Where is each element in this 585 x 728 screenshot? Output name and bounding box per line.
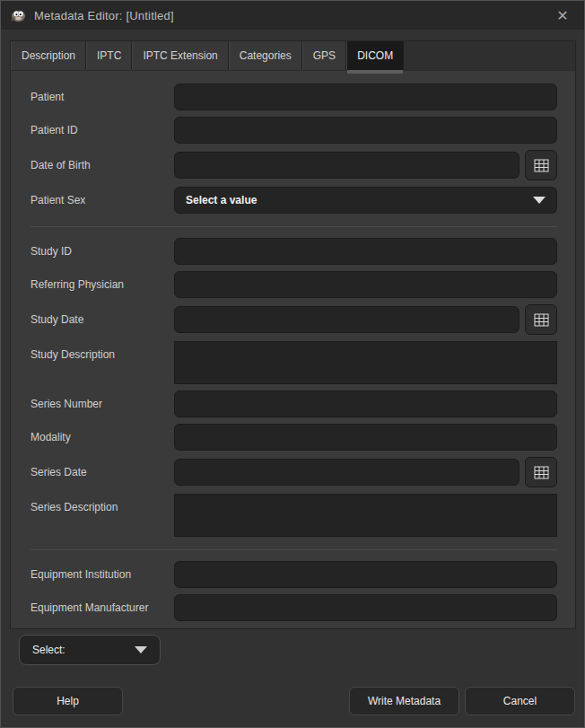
calendar-grid-icon xyxy=(534,466,549,479)
tab-iptc-extension[interactable]: IPTC Extension xyxy=(132,41,228,70)
form-row-study-description: Study Description xyxy=(21,341,557,384)
tab-categories[interactable]: Categories xyxy=(229,41,302,70)
close-icon: ✕ xyxy=(556,7,568,24)
form-row-study-id: Study ID xyxy=(21,238,557,265)
tab-label: GPS xyxy=(313,49,336,62)
form-row-modality: Modality xyxy=(21,424,557,451)
field-label-patient-sex: Patient Sex xyxy=(21,194,174,206)
field-label-equipment-institution: Equipment Institution xyxy=(21,568,174,581)
date-of-birth-date-group xyxy=(174,150,557,180)
tab-description[interactable]: Description xyxy=(11,41,86,70)
series-date-date-group xyxy=(174,457,557,487)
field-label-equipment-manufacturer: Equipment Manufacturer xyxy=(21,601,174,614)
series-date-calendar-button[interactable] xyxy=(525,457,557,487)
field-label-patient-id: Patient ID xyxy=(21,124,174,136)
select-dropdown[interactable]: Select: xyxy=(19,635,161,665)
write-metadata-button[interactable]: Write Metadata xyxy=(349,687,459,715)
study-date-date-group xyxy=(174,304,557,335)
study-date-input[interactable] xyxy=(174,306,520,333)
field-label-study-id: Study ID xyxy=(21,245,174,258)
field-label-series-description: Series Description xyxy=(21,494,174,513)
tab-dicom[interactable]: DICOM xyxy=(346,41,404,70)
gimp-wilber-icon xyxy=(10,8,26,22)
tab-label: DICOM xyxy=(357,49,393,62)
field-label-series-date: Series Date xyxy=(21,466,174,478)
titlebar: Metadata Editor: [Untitled] ✕ xyxy=(1,1,584,30)
metadata-notebook: DescriptionIPTCIPTC ExtensionCategoriesG… xyxy=(10,40,576,629)
equipment-manufacturer-input[interactable] xyxy=(174,594,557,621)
form-row-referring-physician: Referring Physician xyxy=(21,271,557,298)
help-button[interactable]: Help xyxy=(13,687,123,715)
field-label-series-number: Series Number xyxy=(21,398,174,410)
form-row-series-description: Series Description xyxy=(21,494,557,537)
study-id-input[interactable] xyxy=(174,238,557,265)
tab-label: Description xyxy=(22,49,75,62)
form-row-patient: Patient xyxy=(21,83,557,110)
cancel-button[interactable]: Cancel xyxy=(465,687,575,715)
dicom-form: PatientPatient IDDate of BirthPatient Se… xyxy=(11,71,575,629)
form-row-date-of-birth: Date of Birth xyxy=(21,150,557,180)
section-separator xyxy=(31,549,557,550)
field-label-study-date: Study Date xyxy=(21,313,174,326)
patient-sex-dropdown-value: Select a value xyxy=(186,194,257,206)
calendar-grid-icon xyxy=(534,159,549,172)
date-of-birth-input[interactable] xyxy=(174,152,520,179)
date-of-birth-calendar-button[interactable] xyxy=(525,150,557,180)
chevron-down-icon xyxy=(533,197,546,204)
form-row-series-date: Series Date xyxy=(21,457,557,487)
tab-label: Categories xyxy=(240,49,292,62)
tab-label: IPTC Extension xyxy=(143,49,217,62)
window-title: Metadata Editor: [Untitled] xyxy=(34,9,174,22)
form-row-equipment-institution: Equipment Institution xyxy=(21,561,557,588)
study-description-textarea[interactable] xyxy=(174,341,557,384)
patient-sex-dropdown[interactable]: Select a value xyxy=(174,187,557,214)
form-row-patient-id: Patient ID xyxy=(21,117,557,144)
form-row-equipment-manufacturer: Equipment Manufacturer xyxy=(21,594,557,621)
series-date-input[interactable] xyxy=(174,459,520,486)
field-label-patient: Patient xyxy=(21,91,174,103)
field-label-referring-physician: Referring Physician xyxy=(21,278,174,291)
field-label-study-description: Study Description xyxy=(21,341,174,361)
form-row-series-number: Series Number xyxy=(21,390,557,417)
form-row-study-date: Study Date xyxy=(21,304,557,335)
calendar-grid-icon xyxy=(534,313,549,327)
series-number-input[interactable] xyxy=(174,390,557,417)
study-date-calendar-button[interactable] xyxy=(525,304,557,335)
chevron-down-icon xyxy=(135,646,147,653)
tab-iptc[interactable]: IPTC xyxy=(86,41,132,70)
tab-label: IPTC xyxy=(97,49,121,62)
series-description-textarea[interactable] xyxy=(174,494,557,537)
patient-id-input[interactable] xyxy=(174,117,557,144)
patient-input[interactable] xyxy=(174,83,557,110)
tab-gps[interactable]: GPS xyxy=(302,41,346,70)
section-separator xyxy=(31,226,557,227)
form-row-patient-sex: Patient SexSelect a value xyxy=(21,187,557,214)
modality-input[interactable] xyxy=(174,424,557,451)
close-button[interactable]: ✕ xyxy=(550,3,575,28)
field-label-date-of-birth: Date of Birth xyxy=(21,159,174,171)
referring-physician-input[interactable] xyxy=(174,271,557,298)
equipment-institution-input[interactable] xyxy=(174,561,557,588)
metadata-editor-dialog: Metadata Editor: [Untitled] ✕ Descriptio… xyxy=(0,0,585,728)
select-dropdown-label: Select: xyxy=(32,644,65,656)
field-label-modality: Modality xyxy=(21,431,174,443)
tab-bar: DescriptionIPTCIPTC ExtensionCategoriesG… xyxy=(11,41,575,71)
